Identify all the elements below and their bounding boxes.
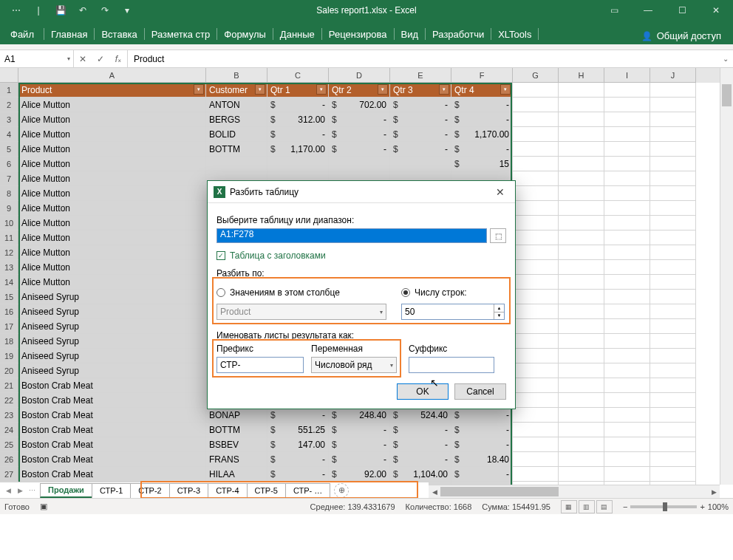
cell[interactable]: [650, 275, 696, 290]
column-header[interactable]: F: [451, 68, 513, 83]
undo-dropdown-icon[interactable]: ⋯: [6, 1, 27, 19]
cell[interactable]: BOTTM: [206, 142, 267, 157]
row-header[interactable]: 13: [0, 260, 18, 275]
cell[interactable]: $-: [451, 408, 513, 423]
cell[interactable]: [650, 334, 696, 349]
cell[interactable]: [559, 290, 604, 304]
cell[interactable]: [650, 201, 696, 216]
cell[interactable]: [650, 127, 696, 142]
cell[interactable]: BSBEV: [206, 437, 267, 452]
cell[interactable]: [604, 423, 650, 437]
cell[interactable]: [559, 349, 604, 363]
cell[interactable]: [604, 112, 650, 127]
cell[interactable]: [604, 378, 650, 393]
cell[interactable]: Alice Mutton: [18, 98, 206, 112]
add-sheet-icon[interactable]: ⊕: [334, 483, 349, 498]
cell[interactable]: [513, 186, 559, 201]
range-picker-icon[interactable]: ⬚: [490, 228, 506, 243]
header-cell[interactable]: Qtr 1▾: [267, 83, 329, 98]
cell[interactable]: [604, 408, 650, 423]
cell[interactable]: [513, 275, 559, 290]
ribbon-tab[interactable]: Вставка: [95, 24, 143, 44]
prefix-input[interactable]: СТР-: [217, 357, 304, 373]
sheet-tab[interactable]: СТР-2: [130, 483, 169, 498]
cell[interactable]: $-: [329, 452, 390, 467]
cell[interactable]: [513, 319, 559, 334]
sheet-nav-first-icon[interactable]: ◀: [3, 487, 13, 494]
row-header[interactable]: 26: [0, 452, 18, 467]
cell[interactable]: [513, 157, 559, 171]
cell[interactable]: [604, 171, 650, 186]
radio-by-rows[interactable]: Числу строк:: [401, 287, 466, 298]
vertical-scrollbar[interactable]: [720, 68, 733, 485]
column-header[interactable]: A: [18, 68, 206, 83]
share-button[interactable]: Общий доступ: [634, 27, 729, 44]
cell[interactable]: [559, 437, 604, 452]
ribbon-tab[interactable]: Данные: [274, 24, 321, 44]
cell[interactable]: [513, 112, 559, 127]
cell[interactable]: $1,104.00: [390, 467, 451, 482]
cell[interactable]: [513, 127, 559, 142]
cell[interactable]: [604, 142, 650, 157]
cell[interactable]: [604, 393, 650, 408]
cell[interactable]: $-: [390, 98, 451, 112]
qat-customize-icon[interactable]: ▾: [117, 1, 137, 19]
cell[interactable]: [513, 408, 559, 423]
macro-record-icon[interactable]: ▣: [40, 502, 47, 511]
cell[interactable]: $-: [451, 98, 513, 112]
zoom-level[interactable]: 100%: [708, 502, 729, 511]
cell[interactable]: $551.25: [267, 423, 329, 437]
filter-icon[interactable]: ▾: [500, 84, 511, 95]
cell[interactable]: $-: [390, 127, 451, 142]
cell[interactable]: ANTON: [206, 98, 267, 112]
cell[interactable]: [513, 467, 559, 482]
ribbon-tab[interactable]: Главная: [45, 24, 93, 44]
cell[interactable]: [650, 304, 696, 319]
cell[interactable]: [650, 393, 696, 408]
select-all-button[interactable]: [0, 68, 18, 83]
formula-input[interactable]: Product: [128, 50, 718, 67]
cell[interactable]: [604, 304, 650, 319]
column-header[interactable]: B: [206, 68, 267, 83]
cell[interactable]: [559, 393, 604, 408]
enter-formula-icon[interactable]: ✓: [92, 54, 109, 64]
row-header[interactable]: 9: [0, 201, 18, 216]
cell[interactable]: $312.00: [267, 112, 329, 127]
row-header[interactable]: 10: [0, 216, 18, 231]
column-header[interactable]: D: [329, 68, 390, 83]
cell[interactable]: [604, 201, 650, 216]
row-header[interactable]: 7: [0, 171, 18, 186]
zoom-in-icon[interactable]: +: [700, 502, 704, 511]
cell[interactable]: Alice Mutton: [18, 201, 206, 216]
cell[interactable]: Boston Crab Meat: [18, 437, 206, 452]
headers-checkbox[interactable]: ✓Таблица с заголовками: [217, 250, 506, 261]
cell[interactable]: [604, 349, 650, 363]
row-header[interactable]: 1: [0, 83, 18, 98]
sheet-tab[interactable]: СТР-5: [247, 483, 286, 498]
cell[interactable]: BONAP: [206, 408, 267, 423]
cell[interactable]: [390, 157, 451, 171]
cell[interactable]: [513, 349, 559, 363]
ribbon-options-icon[interactable]: ▭: [597, 0, 631, 21]
cell[interactable]: [604, 290, 650, 304]
cell[interactable]: $-: [390, 437, 451, 452]
cell[interactable]: [513, 98, 559, 112]
ribbon-tab[interactable]: XLTools: [492, 24, 537, 44]
cell[interactable]: Aniseed Syrup: [18, 304, 206, 319]
cell[interactable]: [604, 157, 650, 171]
cell[interactable]: $524.40: [390, 408, 451, 423]
cell[interactable]: [650, 452, 696, 467]
radio-by-column[interactable]: Значениям в этом столбце: [217, 287, 386, 298]
cell[interactable]: [513, 363, 559, 378]
cell[interactable]: $-: [267, 127, 329, 142]
ribbon-tab[interactable]: Рецензирова: [323, 24, 393, 44]
cell[interactable]: Boston Crab Meat: [18, 467, 206, 482]
sheet-tab[interactable]: СТР-4: [208, 483, 247, 498]
cell[interactable]: [559, 216, 604, 231]
cell[interactable]: [329, 157, 390, 171]
cell[interactable]: Boston Crab Meat: [18, 408, 206, 423]
cell[interactable]: Alice Mutton: [18, 142, 206, 157]
cell[interactable]: [650, 98, 696, 112]
sheet-tab[interactable]: СТР-1: [92, 483, 131, 498]
cell[interactable]: [559, 467, 604, 482]
